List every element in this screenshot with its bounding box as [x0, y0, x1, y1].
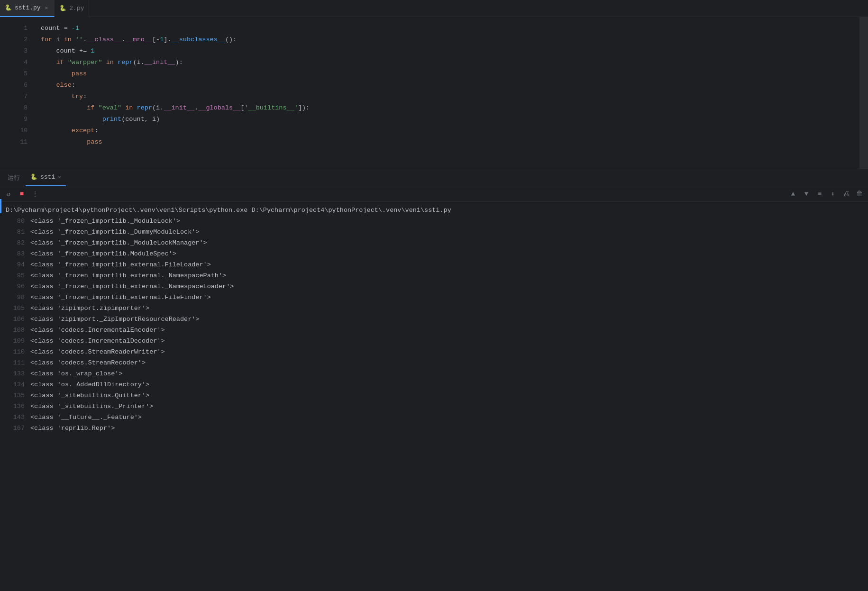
console-output[interactable]: D:\Pycharm\project4\pythonProject\.venv\… — [0, 202, 868, 591]
line-num-2: 2 — [9, 34, 27, 45]
run-tab-label[interactable]: 运行 — [2, 169, 26, 186]
output-line-106: 106 <class 'zipimport._ZipImportResource… — [0, 314, 868, 325]
line-num-8: 8 — [9, 102, 27, 114]
output-line-95: 95 <class '_frozen_importlib_external._N… — [0, 270, 868, 281]
output-linenum-134: 134 — [6, 379, 25, 390]
line-num-1: 1 — [9, 23, 27, 34]
output-linenum-111: 111 — [6, 357, 25, 368]
scroll-down-button[interactable]: ▼ — [801, 188, 812, 200]
output-text-167: <class 'reprlib.Repr'> — [30, 423, 115, 434]
tab-ssti-close[interactable]: ✕ — [44, 4, 50, 11]
line-num-3: 3 — [9, 45, 27, 57]
run-toolbar: ↺ ■ ⋮ ▲ ▼ ≡ ⬇ 🖨 🗑 — [0, 186, 868, 202]
tab-2py[interactable]: 🐍 2.py — [55, 0, 89, 17]
line-num-9: 9 — [9, 114, 27, 125]
tab-ssti-label: ssti.py — [15, 4, 41, 11]
output-line-135: 135 <class '_sitebuiltins.Quitter'> — [0, 390, 868, 401]
clear-button[interactable]: 🗑 — [854, 188, 865, 200]
output-line-98: 98 <class '_frozen_importlib_external.Fi… — [0, 292, 868, 303]
output-linenum-105: 105 — [6, 303, 25, 314]
output-text-98: <class '_frozen_importlib_external.FileF… — [30, 292, 211, 303]
output-linenum-143: 143 — [6, 412, 25, 423]
output-text-136: <class '_sitebuiltins._Printer'> — [30, 401, 153, 412]
python-icon-2py: 🐍 — [59, 5, 66, 12]
output-line-80: 80 <class '_frozen_importlib._ModuleLock… — [0, 216, 868, 227]
output-line-111: 111 <class 'codecs.StreamRecoder'> — [0, 357, 868, 368]
output-linenum-167: 167 — [6, 423, 25, 434]
output-linenum-82: 82 — [6, 237, 25, 248]
output-text-110: <class 'codecs.StreamReaderWriter'> — [30, 346, 165, 357]
output-line-134: 134 <class 'os._AddedDllDirectory'> — [0, 379, 868, 390]
output-linenum-94: 94 — [6, 259, 25, 270]
output-linenum-106: 106 — [6, 314, 25, 325]
output-text-95: <class '_frozen_importlib_external._Name… — [30, 270, 226, 281]
output-linenum-110: 110 — [6, 346, 25, 357]
python-icon-ssti: 🐍 — [5, 4, 12, 11]
align-bottom-button[interactable]: ⬇ — [827, 188, 839, 200]
output-text-109: <class 'codecs.IncrementalDecoder'> — [30, 336, 165, 346]
output-text-80: <class '_frozen_importlib._ModuleLock'> — [30, 216, 180, 227]
output-text-96: <class '_frozen_importlib_external._Name… — [30, 281, 234, 292]
soft-wrap-button[interactable]: ≡ — [814, 188, 825, 200]
run-panel: 运行 🐍 ssti ✕ ↺ ■ ⋮ ▲ ▼ ≡ ⬇ 🖨 🗑 D:\Pycharm… — [0, 169, 868, 591]
output-linenum-95: 95 — [6, 270, 25, 281]
output-text-106: <class 'zipimport._ZipImportResourceRead… — [30, 314, 199, 325]
blue-accent-bar — [0, 199, 1, 213]
run-ssti-label: ssti — [40, 173, 55, 181]
run-tab-ssti-close[interactable]: ✕ — [58, 174, 61, 180]
output-line-82: 82 <class '_frozen_importlib._ModuleLock… — [0, 237, 868, 248]
line-num-5: 5 — [9, 68, 27, 80]
line-num-10: 10 — [9, 125, 27, 136]
output-linenum-98: 98 — [6, 292, 25, 303]
output-line-96: 96 <class '_frozen_importlib_external._N… — [0, 281, 868, 292]
output-text-111: <class 'codecs.StreamRecoder'> — [30, 357, 146, 368]
output-text-82: <class '_frozen_importlib._ModuleLockMan… — [30, 237, 207, 248]
run-tab-ssti[interactable]: 🐍 ssti ✕ — [26, 169, 66, 186]
rerun-button[interactable]: ↺ — [3, 188, 14, 200]
output-linenum-109: 109 — [6, 336, 25, 346]
output-line-143: 143 <class '__future__._Feature'> — [0, 412, 868, 423]
output-linenum-81: 81 — [6, 227, 25, 237]
output-line-133: 133 <class 'os._wrap_close'> — [0, 368, 868, 379]
output-text-134: <class 'os._AddedDllDirectory'> — [30, 379, 149, 390]
line-numbers: 1 2 3 4 5 6 7 8 9 10 11 — [9, 17, 33, 169]
scroll-up-button[interactable]: ▲ — [787, 188, 799, 200]
output-text-81: <class '_frozen_importlib._DummyModuleLo… — [30, 227, 199, 237]
output-text-133: <class 'os._wrap_close'> — [30, 368, 122, 379]
stop-button[interactable]: ■ — [16, 188, 27, 200]
output-linenum-135: 135 — [6, 390, 25, 401]
output-linenum-136: 136 — [6, 401, 25, 412]
code-editor[interactable]: count = -1 for i in ''.__class__.__mro__… — [33, 17, 859, 169]
output-line-83: 83 <class '_frozen_importlib.ModuleSpec'… — [0, 248, 868, 259]
run-tab-bar: 运行 🐍 ssti ✕ — [0, 169, 868, 186]
output-line-94: 94 <class '_frozen_importlib_external.Fi… — [0, 259, 868, 270]
output-text-108: <class 'codecs.IncrementalEncoder'> — [30, 325, 165, 336]
output-line-108: 108 <class 'codecs.IncrementalEncoder'> — [0, 325, 868, 336]
run-ssti-icon: 🐍 — [30, 173, 37, 181]
output-linenum-96: 96 — [6, 281, 25, 292]
tab-ssti[interactable]: 🐍 ssti.py ✕ — [0, 0, 55, 17]
cmd-line: D:\Pycharm\project4\pythonProject\.venv\… — [0, 205, 868, 216]
line-num-7: 7 — [9, 91, 27, 102]
output-line-105: 105 <class 'zipimport.zipimporter'> — [0, 303, 868, 314]
line-num-6: 6 — [9, 80, 27, 91]
output-line-110: 110 <class 'codecs.StreamReaderWriter'> — [0, 346, 868, 357]
output-line-81: 81 <class '_frozen_importlib._DummyModul… — [0, 227, 868, 237]
output-text-94: <class '_frozen_importlib_external.FileL… — [30, 259, 211, 270]
editor-right-gutter — [859, 17, 868, 169]
print-button[interactable]: 🖨 — [841, 188, 852, 200]
output-line-109: 109 <class 'codecs.IncrementalDecoder'> — [0, 336, 868, 346]
output-text-135: <class '_sitebuiltins.Quitter'> — [30, 390, 149, 401]
cmd-text: D:\Pycharm\project4\pythonProject\.venv\… — [6, 205, 451, 216]
output-line-136: 136 <class '_sitebuiltins._Printer'> — [0, 401, 868, 412]
output-line-167: 167 <class 'reprlib.Repr'> — [0, 423, 868, 434]
output-linenum-133: 133 — [6, 368, 25, 379]
line-num-11: 11 — [9, 136, 27, 148]
output-text-143: <class '__future__._Feature'> — [30, 412, 142, 423]
more-button[interactable]: ⋮ — [29, 188, 41, 200]
tab-bar: 🐍 ssti.py ✕ 🐍 2.py — [0, 0, 868, 17]
editor-left-gutter — [0, 17, 9, 169]
output-linenum-80: 80 — [6, 216, 25, 227]
output-linenum-108: 108 — [6, 325, 25, 336]
output-text-83: <class '_frozen_importlib.ModuleSpec'> — [30, 248, 176, 259]
